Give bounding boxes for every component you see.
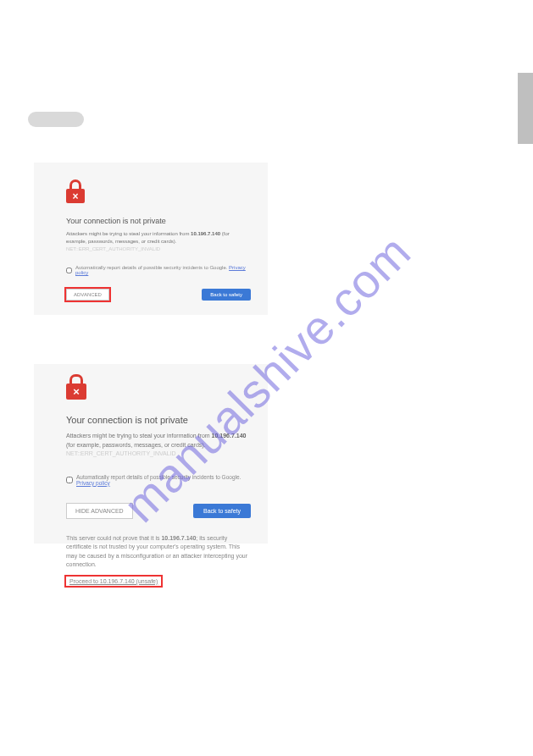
desc-text: (for example, passwords, messages, or cr…	[66, 442, 206, 448]
explain-text: This server could not prove that it is	[66, 535, 161, 541]
warning-heading: Your connection is not private	[66, 217, 251, 225]
ssl-warning-panel-2: × Your connection is not private Attacke…	[34, 364, 268, 544]
button-row: HIDE ADVANCED Back to safety	[66, 503, 251, 519]
proceed-unsafe-link[interactable]: Proceed to 10.196.7.140 (unsafe)	[66, 577, 161, 586]
auto-report-checkbox[interactable]	[66, 268, 72, 273]
warning-heading: Your connection is not private	[66, 415, 251, 425]
auto-report-row: Automatically report details of possible…	[66, 474, 251, 486]
auto-report-row: Automatically report details of possible…	[66, 265, 251, 275]
warning-description: Attackers might be trying to steal your …	[66, 230, 251, 253]
desc-text: Attackers might be trying to steal your …	[66, 433, 212, 439]
advanced-explanation: This server could not prove that it is 1…	[66, 534, 251, 570]
warning-description: Attackers might be trying to steal your …	[66, 432, 251, 459]
check-text: Automatically report details of possible…	[76, 474, 241, 480]
auto-report-checkbox[interactable]	[66, 477, 73, 483]
ip-address: 10.196.7.140	[191, 231, 220, 236]
redacted-label	[28, 112, 84, 127]
advanced-button[interactable]: ADVANCED	[66, 289, 109, 301]
error-code: NET::ERR_CERT_AUTHORITY_INVALID	[66, 246, 160, 251]
error-code: NET::ERR_CERT_AUTHORITY_INVALID	[66, 450, 176, 456]
lock-x-icon: ×	[66, 179, 85, 203]
back-to-safety-button[interactable]: Back to safety	[193, 504, 251, 518]
auto-report-label: Automatically report details of possible…	[76, 474, 251, 486]
ip-address: 10.196.7.140	[161, 535, 196, 541]
check-text: Automatically report details of possible…	[75, 265, 229, 270]
ssl-warning-panel-1: × Your connection is not private Attacke…	[34, 163, 268, 315]
desc-text: Attackers might be trying to steal your …	[66, 231, 191, 236]
ip-address: 10.196.7.140	[212, 433, 247, 439]
button-row: ADVANCED Back to safety	[66, 289, 251, 301]
auto-report-label: Automatically report details of possible…	[75, 265, 251, 275]
lock-x-icon: ×	[66, 374, 86, 400]
back-to-safety-button[interactable]: Back to safety	[202, 289, 251, 301]
hide-advanced-button[interactable]: HIDE ADVANCED	[66, 503, 133, 519]
scrollbar[interactable]	[518, 73, 533, 144]
privacy-policy-link[interactable]: Privacy policy	[76, 480, 110, 486]
